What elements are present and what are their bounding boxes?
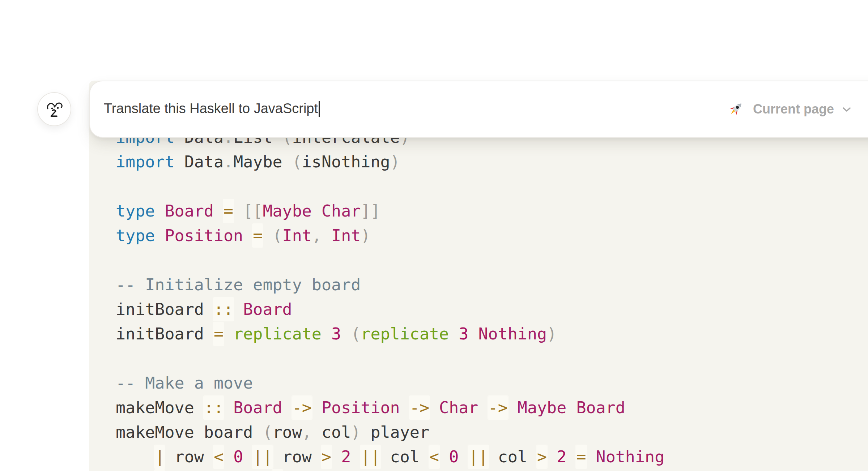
code-line: type Board = [[Maybe Char]] [116, 199, 674, 223]
code-line: -- Initialize empty board [116, 273, 674, 297]
assistant-bar: Translate this Haskell to JavaScript Cu [89, 81, 868, 138]
code-page: import Data.List (intercalate)import Dat… [89, 81, 868, 471]
code-line: initBoard :: Board [116, 297, 674, 322]
context-selector-label: Current page [753, 102, 834, 117]
code-line: -- Make a move [116, 371, 674, 395]
code-line: | otherwise = Just (updateBoard board ro… [116, 469, 674, 471]
context-selector-dropdown[interactable]: Current page [727, 100, 853, 118]
code-line [116, 248, 674, 273]
code-line: makeMove :: Board -> Position -> Char ->… [116, 395, 674, 420]
input-text: Translate this Haskell to JavaScript [104, 101, 318, 116]
assistant-logo-button[interactable] [37, 92, 71, 126]
assistant-input[interactable]: Translate this Haskell to JavaScript [104, 101, 727, 118]
code-line: initBoard = replicate 3 (replicate 3 Not… [116, 322, 674, 346]
code-line: import Data.Maybe (isNothing) [116, 150, 674, 174]
code-block: import Data.List (intercalate)import Dat… [116, 125, 674, 471]
code-line: type Position = (Int, Int) [116, 223, 674, 248]
code-line: | row < 0 || row > 2 || col < 0 || col >… [116, 445, 674, 469]
code-line [116, 174, 674, 199]
text-caret [319, 101, 320, 117]
rocket-icon [727, 100, 744, 118]
chevron-down-icon [841, 103, 853, 115]
screen: import Data.List (intercalate)import Dat… [0, 0, 868, 471]
code-line: makeMove board (row, col) player [116, 420, 674, 445]
code-line [116, 346, 674, 371]
face-logo-icon [43, 98, 66, 121]
